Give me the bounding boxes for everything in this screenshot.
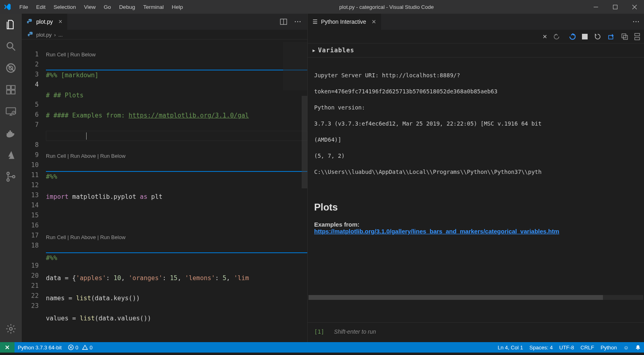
md-subtitle: Examples from: [314, 221, 360, 228]
interrupt-icon[interactable] [582, 34, 588, 39]
status-notifications-icon[interactable] [632, 342, 644, 353]
svg-rect-20 [622, 34, 626, 38]
menu-edit[interactable]: Edit [32, 2, 50, 12]
svg-rect-8 [11, 86, 15, 89]
line-number-gutter: 1 2 3 4 5 6 7 8 9 10 11 12 13 [22, 39, 46, 342]
status-eol[interactable]: CRLF [577, 342, 597, 353]
md-link[interactable]: https://matplotlib.org/3.1.0/gallery/lin… [314, 228, 559, 235]
debug-disabled-icon[interactable] [5, 62, 17, 74]
cancel-icon[interactable]: ✕ [543, 33, 547, 40]
svg-rect-18 [582, 34, 588, 39]
svg-rect-5 [7, 86, 10, 89]
interactive-tabs: ☰ Python Interactive × ··· [308, 14, 644, 30]
menu-help[interactable]: Help [168, 2, 187, 12]
svg-point-2 [7, 43, 13, 48]
status-feedback-icon[interactable]: ☺ [620, 342, 632, 353]
activity-bar [0, 14, 22, 342]
svg-rect-23 [635, 37, 640, 40]
window-controls [586, 0, 644, 14]
chevron-right-icon: ▶ [313, 48, 316, 53]
maximize-button[interactable] [605, 0, 625, 14]
status-problems[interactable]: 0 0 [65, 342, 95, 353]
status-language[interactable]: Python [597, 342, 620, 353]
expand-all-icon[interactable] [621, 33, 628, 40]
svg-rect-7 [11, 90, 15, 94]
docker-icon[interactable] [5, 127, 17, 139]
variables-label: Variables [318, 47, 354, 54]
menu-selection[interactable]: Selection [50, 2, 80, 12]
interactive-input[interactable]: [1] Shift-enter to run [308, 322, 644, 342]
status-bar: Python 3.7.3 64-bit 0 0 Ln 4, Col 1 Spac… [0, 342, 644, 353]
status-encoding[interactable]: UTF-8 [556, 342, 577, 353]
codelens-run-cell[interactable]: Run Cell | Run Above | Run Below [46, 232, 126, 242]
azure-icon[interactable] [5, 149, 17, 161]
minimap[interactable] [283, 42, 307, 90]
status-indentation[interactable]: Spaces: 4 [526, 342, 556, 353]
menu-terminal[interactable]: Terminal [139, 2, 168, 12]
code-area[interactable]: Run Cell | Run Below #%% [markdown] # ##… [46, 39, 307, 342]
close-button[interactable] [625, 0, 644, 14]
explorer-icon[interactable] [5, 19, 17, 31]
settings-icon[interactable] [5, 323, 17, 335]
breadcrumb-file: plot.py [36, 32, 52, 38]
vscode-icon [3, 3, 11, 11]
redo-icon[interactable] [554, 33, 561, 40]
horizontal-scrollbar[interactable] [309, 295, 643, 300]
codelens-run-cell[interactable]: Run Cell | Run Below [46, 50, 95, 60]
status-cursor-position[interactable]: Ln 4, Col 1 [495, 342, 526, 353]
svg-point-15 [29, 19, 29, 20]
svg-point-12 [7, 179, 9, 181]
close-icon[interactable]: × [372, 18, 376, 26]
menu-go[interactable]: Go [100, 2, 115, 12]
search-icon[interactable] [5, 40, 17, 52]
menu-view[interactable]: View [80, 2, 100, 12]
menu-bar: File Edit Selection View Go Debug Termin… [15, 2, 187, 12]
collapse-all-icon[interactable] [634, 33, 640, 40]
svg-rect-21 [623, 35, 627, 39]
split-editor-icon[interactable] [280, 18, 287, 25]
menu-file[interactable]: File [15, 2, 32, 12]
input-hint: Shift-enter to run [334, 328, 376, 335]
interactive-toolbar: ✕ [308, 30, 644, 43]
text-cursor [86, 132, 87, 140]
svg-point-13 [12, 175, 15, 178]
editor-body[interactable]: 1 2 3 4 5 6 7 8 9 10 11 12 13 [22, 39, 307, 342]
extensions-icon[interactable] [5, 84, 17, 96]
minimize-button[interactable] [586, 0, 605, 14]
input-prompt: [1] [314, 328, 324, 335]
window-title: plot.py - categorical - Visual Studio Co… [187, 4, 586, 10]
python-file-icon [27, 19, 33, 25]
svg-rect-22 [635, 33, 640, 36]
menu-debug[interactable]: Debug [115, 2, 139, 12]
svg-point-11 [7, 172, 9, 175]
list-icon: ☰ [313, 19, 318, 25]
markdown-output: Plots Examples from: https://matplotlib.… [308, 192, 644, 239]
tab-python-interactive[interactable]: ☰ Python Interactive × [308, 14, 381, 30]
undo-icon[interactable] [567, 33, 576, 41]
tab-label: Python Interactive [321, 19, 366, 25]
editor-pane: plot.py × ··· plot.py › ... [22, 14, 308, 342]
more-actions-icon[interactable]: ··· [294, 19, 302, 25]
svg-rect-1 [613, 5, 617, 9]
export-icon[interactable] [608, 33, 615, 40]
restart-icon[interactable] [594, 33, 601, 40]
variables-toggle[interactable]: ▶ Variables [308, 43, 644, 58]
remote-indicator[interactable] [0, 342, 14, 353]
titlebar: File Edit Selection View Go Debug Termin… [0, 0, 644, 14]
svg-point-14 [10, 328, 12, 330]
status-python-version[interactable]: Python 3.7.3 64-bit [14, 342, 65, 353]
breadcrumb-rest: ... [58, 32, 63, 38]
editor-tabs: plot.py × ··· [22, 14, 307, 30]
breadcrumbs[interactable]: plot.py › ... [22, 30, 307, 39]
tab-plot-py[interactable]: plot.py × [22, 14, 68, 30]
remote-explorer-icon[interactable] [5, 105, 17, 118]
codelens-run-cell[interactable]: Run Cell | Run Above | Run Below [46, 151, 126, 161]
more-actions-icon[interactable]: ··· [633, 19, 640, 25]
vertical-scrollbar[interactable] [302, 96, 307, 188]
svg-rect-0 [594, 7, 598, 7]
close-icon[interactable]: × [58, 18, 62, 25]
tab-label: plot.py [36, 19, 53, 25]
interactive-pane: ☰ Python Interactive × ··· ✕ [308, 14, 644, 342]
output-cell: Jupyter Server URI: http://localhost:888… [308, 58, 644, 192]
source-control-icon[interactable] [5, 171, 17, 183]
